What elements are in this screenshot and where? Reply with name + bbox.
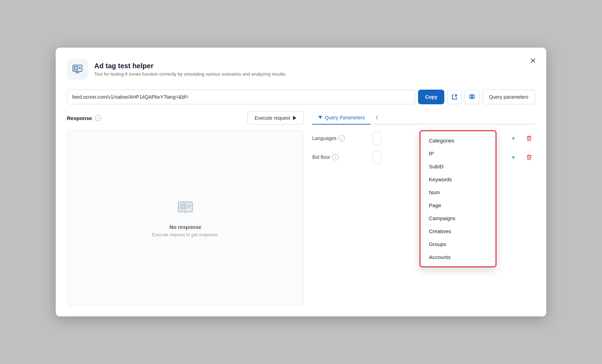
dropdown-item-creatives[interactable]: Creatives [420, 225, 495, 238]
empty-state-icon [176, 198, 194, 217]
svg-rect-8 [180, 204, 186, 209]
languages-delete-button[interactable] [523, 132, 535, 144]
bid-floor-text: Bid floor [312, 154, 330, 160]
trash-icon-languages [526, 135, 532, 141]
dropdown-item-campaigns[interactable]: Campaigns [420, 212, 495, 225]
modal-title: Ad tag test helper [94, 62, 286, 70]
response-header: Response i Execute request [67, 111, 304, 125]
query-params-button[interactable]: Query parameters [482, 90, 535, 104]
tab-query-parameters-label: Query Parameters [325, 115, 365, 120]
response-info-icon[interactable]: i [95, 115, 101, 121]
tabs-row: Query Parameters t [312, 111, 535, 125]
url-input[interactable] [67, 90, 415, 104]
response-box: No response Execute request to get respo… [67, 130, 304, 305]
tab-query-parameters[interactable]: Query Parameters [312, 111, 370, 125]
external-link-button[interactable] [447, 90, 462, 104]
response-panel: Response i Execute request [67, 111, 304, 305]
copy-button[interactable]: Copy [418, 90, 444, 104]
book-icon [469, 94, 475, 100]
svg-rect-3 [74, 66, 78, 70]
param-label-languages: Languages i [312, 135, 368, 141]
dropdown-item-categories[interactable]: Categories [420, 134, 495, 147]
trash-icon-bid-floor [526, 154, 532, 160]
right-panel: Query Parameters t Languages i [304, 111, 535, 305]
execute-label: Execute request [255, 115, 290, 121]
languages-select[interactable] [372, 132, 382, 145]
content-area: Response i Execute request [67, 111, 535, 305]
header-text: Ad tag test helper Tool for testing if z… [94, 62, 286, 77]
bid-floor-select[interactable] [372, 150, 382, 164]
bid-floor-delete-button[interactable] [523, 151, 535, 163]
modal: ✕ Ad tag test helper Tool for testing if… [56, 48, 546, 316]
external-link-icon [452, 94, 457, 100]
no-response-subtitle: Execute request to get response. [152, 232, 219, 237]
languages-info-icon[interactable]: i [338, 135, 345, 141]
languages-text: Languages [312, 135, 336, 141]
monitor-icon [72, 64, 83, 75]
bid-floor-info-icon[interactable]: i [332, 154, 338, 160]
dropdown-item-accounts[interactable]: Accounts [420, 251, 495, 264]
execute-request-button[interactable]: Execute request [247, 111, 304, 125]
play-icon [293, 116, 296, 120]
modal-subtitle: Tool for testing if zones function corre… [94, 71, 286, 77]
book-button[interactable] [465, 90, 479, 104]
close-icon: ✕ [530, 56, 536, 65]
tab-other[interactable]: t [370, 111, 383, 125]
header-icon-wrapper [67, 59, 88, 80]
param-label-bid-floor: Bid floor i [312, 154, 368, 160]
response-label: Response [67, 115, 92, 121]
modal-header: Ad tag test helper Tool for testing if z… [67, 59, 535, 80]
close-button[interactable]: ✕ [527, 55, 539, 67]
dropdown-menu: Categories IP SubID Keywords Num Page Ca… [419, 130, 497, 267]
filter-icon [318, 115, 323, 120]
no-response-icon [176, 198, 194, 220]
dropdown-item-page[interactable]: Page [420, 199, 495, 212]
dropdown-item-keywords[interactable]: Keywords [420, 173, 495, 186]
dropdown-item-groups[interactable]: Groups [420, 238, 495, 251]
dropdown-item-ip[interactable]: IP [420, 147, 495, 160]
no-response-title: No response [170, 224, 201, 230]
url-bar: Copy Query parameters [67, 90, 535, 104]
dropdown-item-subid[interactable]: SubID [420, 160, 495, 173]
tab-other-label: t [376, 115, 377, 120]
dropdown-item-num[interactable]: Num [420, 186, 495, 199]
